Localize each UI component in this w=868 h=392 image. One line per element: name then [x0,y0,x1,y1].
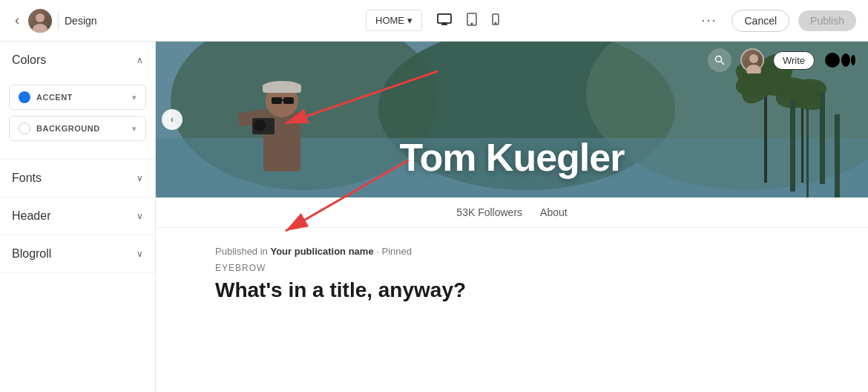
home-dropdown[interactable]: HOME ▾ [366,10,422,31]
published-prefix: Published in [215,246,268,257]
colors-section-header[interactable]: Colors ∧ [0,42,155,79]
profile-info-bar: 53K Followers About [156,197,868,228]
svg-point-1 [33,24,47,33]
accent-color-dot [19,91,30,103]
header-section-title: Header [12,209,50,223]
main-layout: Colors ∧ ACCENT ▾ BACKGROUND ▾ [0,42,868,392]
accent-color-left: ACCENT [19,91,73,103]
fonts-section-title: Fonts [12,172,42,185]
profile-header: ‹ Write Tom Kuegler [156,42,868,197]
topbar-left: ‹ Design [12,9,160,33]
background-color-dot [19,122,30,134]
publish-button[interactable]: Publish [798,10,856,31]
device-icons [434,10,502,32]
profile-topbar: Write [156,42,868,79]
svg-point-6 [471,23,473,24]
accent-color-label: ACCENT [36,93,73,102]
published-line: Published in Your publication name · Pin… [215,246,809,257]
topbar-center: HOME ▾ [160,10,708,32]
svg-rect-2 [438,14,451,23]
divider [58,12,59,30]
about-link[interactable]: About [540,206,568,218]
profile-user-avatar [740,48,764,72]
svg-line-33 [721,62,724,65]
article-title: What's in a title, anyway? [215,278,809,303]
blogroll-section-header[interactable]: Blogroll ∨ [0,235,155,272]
tablet-icon[interactable] [464,10,480,32]
colors-section-title: Colors [12,53,46,67]
sidebar: Colors ∧ ACCENT ▾ BACKGROUND ▾ [0,42,156,392]
preview-area: ‹ Write Tom Kuegler [156,42,868,392]
background-color-label: BACKGROUND [36,124,100,133]
chevron-down-icon: ▾ [407,15,412,26]
fonts-section-header[interactable]: Fonts ∨ [0,160,155,197]
profile-nav-left-icon: ‹ [171,114,174,125]
avatar [28,9,52,33]
more-options-button[interactable]: ··· [695,10,723,31]
profile-nav-left[interactable]: ‹ [162,109,183,130]
blogroll-chevron-icon: ∨ [137,249,143,259]
background-chevron-icon: ▾ [132,124,137,134]
home-dropdown-label: HOME [375,15,404,26]
fonts-section: Fonts ∨ [0,160,155,197]
profile-search-button[interactable] [708,48,731,72]
svg-point-0 [36,13,45,22]
svg-point-38 [851,55,855,65]
pinned-text: Pinned [381,246,411,257]
dots-icon: ··· [701,13,717,27]
svg-point-34 [749,54,758,63]
header-chevron-icon: ∨ [137,211,143,221]
back-button[interactable]: ‹ [12,10,22,31]
write-button[interactable]: Write [773,51,815,70]
publication-name: Your publication name [270,246,373,257]
svg-point-8 [495,22,496,24]
medium-logo [823,51,856,69]
svg-point-36 [825,53,840,68]
svg-point-32 [715,56,721,62]
desktop-icon[interactable] [434,10,455,31]
svg-point-35 [746,65,761,74]
accent-color-option[interactable]: ACCENT ▾ [9,85,146,110]
topbar: ‹ Design HOME ▾ ··· Cancel Pub [0,0,868,42]
article-eyebrow: EYEBROW [215,263,809,273]
svg-point-37 [841,53,850,67]
article-content: Published in Your publication name · Pin… [156,228,868,321]
background-color-left: BACKGROUND [19,122,100,134]
background-color-option[interactable]: BACKGROUND ▾ [9,116,146,141]
colors-chevron-icon: ∧ [137,55,143,65]
mobile-icon[interactable] [489,10,502,31]
preview-inner: ‹ Write Tom Kuegler [156,42,868,392]
profile-name: Tom Kuegler [156,135,868,180]
header-section-header[interactable]: Header ∨ [0,197,155,235]
fonts-chevron-icon: ∨ [137,173,143,183]
cancel-button[interactable]: Cancel [731,10,789,32]
blogroll-section-title: Blogroll [12,247,51,261]
colors-section-content: ACCENT ▾ BACKGROUND ▾ [0,79,155,159]
blogroll-section: Blogroll ∨ [0,235,155,273]
followers-count: 53K Followers [456,206,522,218]
header-section: Header ∨ [0,197,155,235]
back-icon: ‹ [15,13,19,28]
topbar-right: ··· Cancel Publish [708,10,856,32]
accent-chevron-icon: ▾ [132,93,137,102]
design-label: Design [65,15,97,27]
colors-section: Colors ∧ ACCENT ▾ BACKGROUND ▾ [0,42,155,160]
